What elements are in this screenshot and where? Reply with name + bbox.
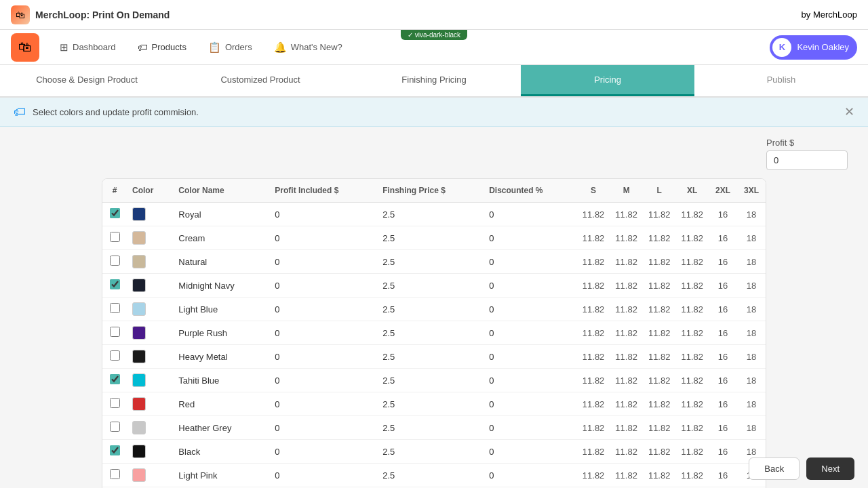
size-l-cell: 11.82 (643, 321, 676, 345)
size-m-cell: 11.82 (610, 464, 643, 487)
step-choose[interactable]: Choose & Design Product (0, 65, 174, 96)
finishing-cell: 2.5 (377, 369, 484, 392)
user-name: Kevin Oakley (797, 42, 849, 52)
finishing-cell: 2.5 (377, 203, 484, 226)
step-publish[interactable]: Publish (694, 65, 868, 96)
color-table: # Color Color Name Profit Included $ Fin… (102, 179, 766, 488)
size-xxxl-cell: 18 (737, 392, 766, 416)
by-label: by MerchLoop (802, 9, 857, 20)
discount-cell: 0 (484, 250, 577, 274)
size-m-cell: 11.82 (610, 440, 643, 464)
user-badge[interactable]: K Kevin Oakley (770, 35, 857, 60)
nav-item-orders[interactable]: 📋 Orders (199, 37, 262, 58)
size-l-cell: 11.82 (643, 440, 676, 464)
table-row: Midnight Navy02.5011.8211.8211.8211.8216… (102, 274, 766, 298)
color-swatch (132, 397, 146, 411)
nav-left: 🛍 ⊞ Dashboard 🏷 Products 📋 Orders 🔔 What… (11, 33, 352, 62)
back-button[interactable]: Back (749, 458, 800, 480)
col-header-num: # (102, 179, 127, 203)
color-swatch (132, 326, 146, 340)
step-finishing[interactable]: Finishing Pricing (347, 65, 521, 96)
row-checkbox[interactable] (110, 327, 120, 337)
discount-cell: 0 (484, 464, 577, 487)
row-checkbox[interactable] (110, 279, 120, 289)
finishing-cell: 2.5 (377, 345, 484, 369)
size-xxl-cell: 16 (709, 345, 737, 369)
size-xl-cell: 11.82 (675, 440, 709, 464)
profit-cell: 0 (269, 298, 377, 321)
discount-cell: 0 (484, 298, 577, 321)
color-name-cell: Natural (173, 250, 269, 274)
color-name-cell: Tahiti Blue (173, 369, 269, 392)
size-xl-cell: 11.82 (675, 369, 709, 392)
profit-cell: 0 (269, 274, 377, 298)
finishing-cell: 2.5 (377, 392, 484, 416)
color-name-cell: Light Blue (173, 298, 269, 321)
row-checkbox[interactable] (110, 256, 120, 266)
step-pricing-label: Pricing (594, 75, 621, 85)
discount-cell: 0 (484, 369, 577, 392)
color-name-cell: Royal (173, 203, 269, 226)
row-checkbox[interactable] (110, 398, 120, 408)
finishing-cell: 2.5 (377, 321, 484, 345)
app-title: MerchLoop: Print On Demand (35, 9, 170, 20)
size-m-cell: 11.82 (610, 298, 643, 321)
table-row: Cream02.5011.8211.8211.8211.821618 (102, 226, 766, 250)
size-s-cell: 11.82 (577, 274, 610, 298)
info-icon: 🏷 (14, 105, 26, 119)
size-xl-cell: 11.82 (675, 250, 709, 274)
dashboard-icon: ⊞ (60, 41, 68, 54)
size-xl-cell: 11.82 (675, 392, 709, 416)
row-checkbox[interactable] (110, 469, 120, 479)
close-banner-button[interactable]: ✕ (844, 104, 854, 119)
user-avatar: K (772, 38, 791, 57)
size-l-cell: 11.82 (643, 464, 676, 487)
row-checkbox[interactable] (110, 350, 120, 361)
nav-item-dashboard[interactable]: ⊞ Dashboard (50, 37, 125, 58)
nav-item-whats-new[interactable]: 🔔 What's New? (264, 37, 352, 58)
size-s-cell: 11.82 (577, 416, 610, 440)
size-xl-cell: 11.82 (675, 274, 709, 298)
profit-group: Profit $ (766, 138, 848, 170)
size-xxl-cell: 16 (709, 250, 737, 274)
size-l-cell: 11.82 (643, 345, 676, 369)
size-xl-cell: 11.82 (675, 464, 709, 487)
profit-cell: 0 (269, 345, 377, 369)
row-checkbox[interactable] (110, 303, 120, 313)
finishing-cell: 2.5 (377, 298, 484, 321)
nav-item-products[interactable]: 🏷 Products (128, 37, 196, 57)
size-xxl-cell: 16 (709, 416, 737, 440)
step-publish-label: Publish (767, 75, 796, 85)
row-checkbox[interactable] (110, 374, 120, 384)
col-header-s: S (577, 179, 610, 203)
col-header-color: Color (127, 179, 173, 203)
table-row: Natural02.5011.8211.8211.8211.821618 (102, 250, 766, 274)
table-row: Royal02.5011.8211.8211.8211.821618 (102, 203, 766, 226)
nav-orders-label: Orders (225, 42, 252, 52)
size-m-cell: 11.82 (610, 416, 643, 440)
row-checkbox[interactable] (110, 232, 120, 242)
step-customized[interactable]: Customized Product (174, 65, 347, 96)
table-row: Light Pink02.5011.8211.8211.8211.821618 (102, 464, 766, 487)
size-xxxl-cell: 18 (737, 274, 766, 298)
size-l-cell: 11.82 (643, 226, 676, 250)
info-banner: 🏷 Select colors and update profit commis… (0, 98, 868, 127)
size-l-cell: 11.82 (643, 369, 676, 392)
color-table-wrapper: # Color Color Name Profit Included $ Fin… (102, 178, 766, 488)
size-l-cell: 11.82 (643, 250, 676, 274)
row-checkbox[interactable] (110, 422, 120, 432)
color-swatch (132, 302, 146, 316)
color-name-cell: Cream (173, 226, 269, 250)
size-m-cell: 11.82 (610, 321, 643, 345)
size-xxxl-cell: 18 (737, 226, 766, 250)
next-button[interactable]: Next (806, 458, 854, 480)
color-swatch (132, 231, 146, 245)
row-checkbox[interactable] (110, 445, 120, 455)
col-header-discounted: Discounted % (484, 179, 577, 203)
step-pricing[interactable]: Pricing (521, 65, 694, 96)
size-xl-cell: 11.82 (675, 345, 709, 369)
size-xxl-cell: 16 (709, 440, 737, 464)
profit-input[interactable] (766, 150, 848, 170)
size-xxxl-cell: 18 (737, 321, 766, 345)
row-checkbox[interactable] (110, 208, 120, 218)
